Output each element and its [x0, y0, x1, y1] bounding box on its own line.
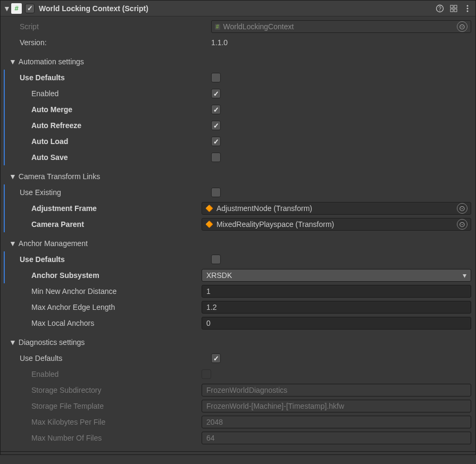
adjustment-frame-row: Adjustment Frame 🔶 AdjustmentNode (Trans… [1, 200, 475, 216]
automation-title: Automation settings [19, 57, 84, 66]
min-anchor-distance-row: Min New Anchor Distance 1 [1, 283, 475, 299]
diag-template-label: Storage File Template [31, 402, 202, 410]
max-anchor-edge-value: 1.2 [206, 303, 216, 311]
diag-template-row: Storage File Template FrozenWorld-[Machi… [1, 398, 475, 414]
svg-point-7 [467, 7, 469, 9]
help-icon[interactable]: ? [435, 4, 445, 13]
svg-rect-4 [450, 9, 453, 12]
version-label: Version: [20, 38, 211, 47]
script-icon: # [11, 3, 22, 14]
diag-enabled-checkbox [202, 369, 211, 379]
transform-icon: 🔶 [205, 221, 213, 228]
component-foldout[interactable]: ▼ [4, 5, 10, 12]
automation-autorefreeze-checkbox[interactable] [211, 121, 221, 130]
diag-usedefaults-checkbox[interactable] [211, 353, 221, 363]
automation-automerge-checkbox[interactable] [211, 105, 221, 114]
camera-useexisting-label: Use Existing [20, 188, 211, 197]
override-stripe [4, 267, 5, 283]
camera-parent-field[interactable]: 🔶 MixedRealityPlayspace (Transform) [202, 218, 471, 231]
override-stripe [4, 200, 5, 216]
diag-maxfiles-row: Max Number Of Files 64 [1, 430, 475, 446]
diag-subdir-label: Storage Subdirectory [31, 386, 202, 394]
override-stripe [4, 117, 5, 133]
csharp-icon: # [215, 24, 220, 30]
transform-icon: 🔶 [205, 205, 213, 212]
anchor-header[interactable]: ▼ Anchor Management [1, 235, 475, 251]
automation-autoload-label: Auto Load [31, 137, 211, 146]
automation-autorefreeze-row: Auto Refreeze [1, 117, 475, 133]
override-stripe [4, 133, 5, 149]
override-stripe [4, 149, 5, 165]
diag-maxkb-label: Max Kilobytes Per File [31, 418, 202, 426]
object-picker-icon[interactable] [457, 21, 467, 32]
camera-useexisting-checkbox[interactable] [211, 188, 221, 197]
max-local-anchors-label: Max Local Anchors [31, 319, 202, 327]
svg-rect-3 [454, 5, 457, 8]
automation-autosave-label: Auto Save [31, 153, 211, 162]
menu-icon[interactable] [463, 4, 472, 13]
object-picker-icon[interactable] [457, 203, 467, 214]
object-picker-icon[interactable] [457, 219, 467, 230]
automation-usedefaults-row: Use Defaults [1, 70, 475, 86]
automation-autosave-checkbox[interactable] [211, 153, 221, 162]
automation-usedefaults-checkbox[interactable] [211, 73, 221, 82]
diag-maxfiles-value: 64 [206, 434, 215, 442]
script-row: Script # WorldLockingContext [1, 19, 475, 35]
max-anchor-edge-field[interactable]: 1.2 [202, 301, 471, 314]
diag-maxkb-row: Max Kilobytes Per File 2048 [1, 414, 475, 430]
anchor-usedefaults-checkbox[interactable] [211, 255, 221, 264]
svg-text:?: ? [438, 6, 441, 12]
component-body: Script # WorldLockingContext Version: 1.… [1, 16, 475, 451]
diag-subdir-value: FrozenWorldDiagnostics [206, 386, 287, 394]
script-value: WorldLockingContext [223, 22, 294, 31]
camera-parent-value: MixedRealityPlayspace (Transform) [216, 220, 334, 229]
automation-enabled-label: Enabled [31, 89, 211, 98]
adjustment-frame-field[interactable]: 🔶 AdjustmentNode (Transform) [202, 202, 471, 215]
svg-point-6 [467, 5, 469, 6]
max-local-anchors-row: Max Local Anchors 0 [1, 315, 475, 331]
script-field[interactable]: # WorldLockingContext [211, 20, 471, 33]
component-header[interactable]: ▼ # World Locking Context (Script) ? [1, 1, 475, 16]
override-stripe [4, 102, 5, 117]
max-local-anchors-field[interactable]: 0 [202, 317, 471, 330]
adjustment-frame-value: AdjustmentNode (Transform) [216, 204, 312, 213]
anchor-usedefaults-label: Use Defaults [20, 255, 211, 264]
automation-enabled-row: Enabled [1, 86, 475, 102]
diag-enabled-label: Enabled [31, 370, 202, 378]
chevron-down-icon: ▼ [9, 172, 16, 181]
diag-template-value: FrozenWorld-[Machine]-[Timestamp].hkfw [206, 402, 344, 410]
chevron-down-icon: ▼ [9, 57, 16, 66]
diag-maxfiles-field: 64 [202, 432, 471, 444]
automation-header[interactable]: ▼ Automation settings [1, 54, 475, 70]
anchor-subsystem-dropdown[interactable]: XRSDK [202, 269, 471, 282]
diagnostics-title: Diagnostics settings [19, 338, 85, 347]
min-anchor-distance-label: Min New Anchor Distance [31, 287, 202, 296]
diag-subdir-row: Storage Subdirectory FrozenWorldDiagnost… [1, 382, 475, 398]
component-enable-checkbox[interactable] [25, 4, 35, 13]
automation-autosave-row: Auto Save [1, 149, 475, 165]
camera-parent-label: Camera Parent [31, 220, 202, 229]
camera-header[interactable]: ▼ Camera Transform Links [1, 168, 475, 184]
diag-subdir-field: FrozenWorldDiagnostics [202, 384, 471, 396]
automation-enabled-checkbox[interactable] [211, 89, 221, 98]
svg-rect-5 [454, 9, 457, 12]
automation-autoload-row: Auto Load [1, 133, 475, 149]
camera-title: Camera Transform Links [19, 172, 100, 181]
automation-autorefreeze-label: Auto Refreeze [31, 121, 211, 130]
min-anchor-distance-field[interactable]: 1 [202, 285, 471, 298]
version-row: Version: 1.1.0 [1, 35, 475, 50]
max-local-anchors-value: 0 [206, 319, 211, 327]
anchor-subsystem-label: Anchor Subsystem [31, 271, 202, 280]
automation-autoload-checkbox[interactable] [211, 137, 221, 146]
script-label: Script [20, 22, 211, 31]
diagnostics-header[interactable]: ▼ Diagnostics settings [1, 334, 475, 350]
component-footer-divider [1, 451, 475, 454]
header-icon-group: ? [435, 4, 472, 13]
override-stripe [4, 86, 5, 102]
preset-icon[interactable] [449, 4, 458, 13]
diag-maxkb-field: 2048 [202, 416, 471, 428]
svg-rect-2 [450, 5, 453, 8]
diag-template-field: FrozenWorld-[Machine]-[Timestamp].hkfw [202, 400, 471, 412]
adjustment-frame-label: Adjustment Frame [31, 204, 202, 213]
component-title: World Locking Context (Script) [39, 4, 435, 13]
